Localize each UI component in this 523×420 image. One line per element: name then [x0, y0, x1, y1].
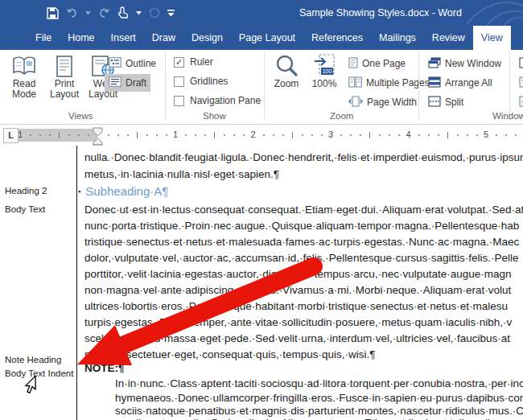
tab-references[interactable]: References: [303, 26, 371, 50]
document-text-line[interactable]: condimentum·odio.·Sed·ac·ligula.·Aliquam…: [115, 416, 523, 420]
multiple-pages-icon: [348, 76, 362, 90]
read-mode-button[interactable]: Read Mode: [5, 53, 43, 106]
tab-mailings[interactable]: Mailings: [371, 26, 424, 50]
zoom-group-label: Zoom: [330, 111, 353, 121]
document-text-line[interactable]: nulla.·Donec·blandit·feugiat·ligula.·Don…: [84, 150, 523, 164]
print-layout-button[interactable]: Print Layout: [45, 53, 84, 106]
document-text-line[interactable]: nunc·porta·tristique.·Proin·nec·augue.·Q…: [84, 219, 519, 233]
document-text-line[interactable]: dolor,·vulputate·vel,·auctor·ac,·accumsa…: [84, 251, 518, 265]
window-title: Sample Showing Styles.docx - Word: [299, 0, 462, 26]
document-text-line[interactable]: nec,·consectetuer·eget,·consequat·quis,·…: [84, 348, 375, 361]
page-width-icon: [348, 96, 363, 109]
document-text-line[interactable]: metus,·in·lacinia·nulla·nisl·eget·sapien…: [84, 167, 279, 181]
outline-icon: [109, 57, 121, 70]
one-page-icon: [348, 57, 358, 71]
print-layout-icon: [45, 53, 84, 79]
arrange-all-button[interactable]: Arrange All: [424, 74, 496, 92]
document-text-line[interactable]: ultrices·lobortis·eros.·Pellentesque·hab…: [84, 299, 508, 313]
style-area-item[interactable]: Heading 2: [5, 186, 47, 196]
page-width-label: Page Width: [367, 97, 417, 108]
tab-insert[interactable]: Insert: [103, 26, 144, 50]
redo-icon[interactable]: [98, 7, 110, 19]
read-mode-icon: [5, 53, 43, 79]
tab-design[interactable]: Design: [183, 26, 231, 50]
split-label: Split: [445, 97, 463, 108]
zoom-100-button[interactable]: 100 100%: [307, 53, 341, 106]
style-area-item[interactable]: Body Text Indent: [5, 369, 73, 378]
window-extra-button[interactable]: [515, 55, 523, 72]
split-icon: [428, 96, 441, 109]
zoom-button[interactable]: Zoom: [269, 53, 304, 106]
zoom-100-icon: 100: [307, 53, 341, 79]
document-text-line[interactable]: turpis·egestas.·Proin·semper,·ante·vitae…: [84, 315, 512, 329]
document-text-line[interactable]: tristique·senectus·et·netus·et·malesuada…: [84, 235, 519, 249]
document-note-heading-line[interactable]: NOTE:¶: [84, 361, 125, 375]
ruler-ticks: 112345: [0, 129, 523, 142]
ruler-checkbox-box: ✓: [174, 57, 184, 68]
multiple-pages-label: Multiple Pages: [366, 77, 430, 89]
style-area-item[interactable]: Body Text: [5, 204, 45, 214]
ribbon: Read Mode Print Layout Web Layout Outlin…: [0, 50, 523, 125]
tab-page-layout[interactable]: Page Layout: [231, 26, 303, 50]
window-extra-button[interactable]: [515, 93, 523, 111]
split-button[interactable]: Split: [424, 93, 467, 111]
gridlines-checkbox-label: Gridlines: [190, 76, 228, 87]
touch-mode-dropdown-icon[interactable]: [136, 11, 142, 15]
tab-view[interactable]: View: [473, 26, 511, 50]
multiple-pages-button[interactable]: Multiple Pages: [344, 74, 434, 92]
window-extra-button[interactable]: [515, 74, 523, 92]
tab-review[interactable]: Review: [424, 26, 473, 50]
document-text-line[interactable]: hymenaeos.·Donec·ullamcorper·fringilla·e…: [115, 391, 523, 405]
outline-button[interactable]: Outline: [105, 55, 160, 72]
tab-file[interactable]: File: [27, 26, 60, 50]
zoom-100-label: 100%: [307, 79, 341, 89]
undo-dropdown-icon[interactable]: [85, 11, 91, 15]
arrange-all-icon: [428, 76, 441, 90]
new-window-icon: [428, 57, 441, 71]
gridlines-checkbox-box: [174, 76, 184, 87]
heading-bullet: ▪: [78, 187, 80, 196]
tab-draw[interactable]: Draw: [144, 26, 183, 50]
select-icon[interactable]: [149, 7, 160, 19]
document-text-line[interactable]: scelerisque·sed·massa·eget·pede.·Sed·vel…: [84, 331, 510, 345]
group-separator: [418, 51, 419, 121]
document-area[interactable]: Heading 2 Body Text Note Heading Body Te…: [0, 146, 523, 420]
window-group-label: Window: [492, 111, 523, 121]
tab-home[interactable]: Home: [60, 26, 102, 50]
print-layout-label: Print Layout: [45, 79, 84, 100]
draft-icon: [109, 76, 121, 89]
ribbon-tab-bar: File Home Insert Draw Design Page Layout…: [0, 26, 523, 50]
document-text-line[interactable]: non·magna·vel·ante·adipiscing·rhoncus.·V…: [84, 283, 511, 297]
save-icon[interactable]: [47, 7, 59, 19]
synchronous-scrolling-icon: [519, 76, 523, 90]
document-text-line[interactable]: Donec·ut·est·in·lectus·consequat·consequ…: [84, 203, 523, 216]
customize-quick-access-toolbar-icon[interactable]: [167, 10, 175, 17]
draft-button[interactable]: Draft: [105, 74, 150, 92]
document-text-line[interactable]: In·in·nunc.·Class·aptent·taciti·sociosqu…: [115, 377, 523, 390]
zoom-label: Zoom: [269, 79, 304, 89]
word-window: Sample Showing Styles.docx - Word File H…: [0, 0, 523, 420]
group-separator: [165, 51, 166, 121]
one-page-button[interactable]: One Page: [344, 55, 410, 72]
touch-mode-icon[interactable]: [117, 6, 129, 19]
read-mode-label: Read Mode: [5, 79, 43, 100]
quick-access-toolbar: [47, 0, 175, 26]
arrange-all-label: Arrange All: [445, 77, 492, 89]
undo-icon[interactable]: [66, 7, 78, 19]
group-separator: [264, 51, 265, 121]
style-area-item[interactable]: Note Heading: [5, 355, 61, 364]
ruler-bar: L 112345: [0, 125, 523, 146]
new-window-button[interactable]: New Window: [424, 55, 505, 72]
ruler-checkbox[interactable]: ✓ Ruler: [174, 56, 213, 68]
page-width-button[interactable]: Page Width: [344, 93, 421, 111]
new-window-label: New Window: [445, 58, 501, 69]
show-group-label: Show: [203, 111, 226, 121]
gridlines-checkbox[interactable]: Gridlines: [174, 76, 228, 87]
document-text-line[interactable]: porttitor,·velit·lacinia·egestas·auctor,…: [84, 267, 511, 281]
zoom-icon: [269, 53, 304, 79]
ruler-checkbox-label: Ruler: [190, 56, 213, 68]
document-heading[interactable]: ▪Subheading·A¶: [84, 184, 168, 199]
navigation-pane-checkbox[interactable]: Navigation Pane: [174, 95, 261, 106]
views-group-label: Views: [68, 111, 93, 121]
style-area-divider[interactable]: [76, 146, 77, 420]
